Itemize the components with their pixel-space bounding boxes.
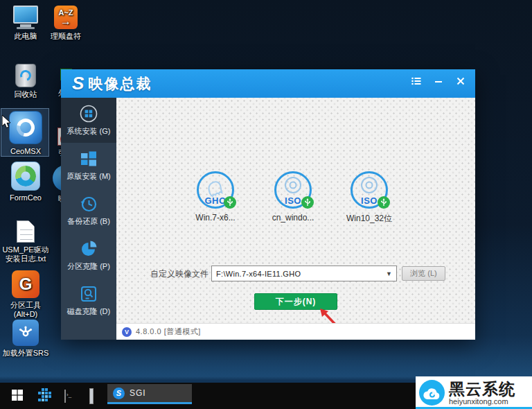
sidebar-item-original-install[interactable]: 原版安装 (M): [61, 143, 116, 188]
sgi-app-window: S 映像总裁: [61, 69, 475, 340]
version-badge-icon: V: [122, 327, 132, 337]
usb-badge-icon: [378, 196, 390, 209]
sidebar-item-disk-clone[interactable]: 磁盘克隆 (D): [61, 278, 116, 323]
sgi-logo-icon: S: [113, 388, 125, 399]
window-titlebar[interactable]: S 映像总裁: [61, 69, 475, 98]
image-item-iso-2[interactable]: ISO Win10_32位: [331, 171, 407, 225]
next-step-button[interactable]: 下一步(N): [254, 293, 337, 310]
partition-clone-icon: [79, 239, 98, 259]
image-file-select[interactable]: F:\Win.7-x64-IE11.GHO ▼: [211, 266, 397, 281]
desktop-icon-usm-pe-log[interactable]: USM_PE驱动 安装日志.txt: [1, 220, 51, 263]
mouse-cursor: [1, 114, 12, 130]
task-label: SGI: [130, 388, 146, 398]
version-text: 4.8.0.0 [普通模式]: [136, 327, 201, 337]
app-logo-icon: S: [72, 73, 84, 94]
icon-label: 回收站: [1, 90, 51, 99]
close-icon[interactable]: [454, 76, 467, 87]
sidebar: 系统安装 (G) 原版安装 (M) 备份还原 (B): [61, 98, 116, 340]
main-panel: GHO Win.7-x6...: [116, 98, 475, 340]
srs-driver-icon: [12, 320, 39, 346]
icon-label: 加载外置SRS: [1, 349, 51, 358]
desktop-icon-partition-tool[interactable]: G 分区工具 (Alt+D): [1, 270, 51, 319]
icon-label: FormCeo: [1, 193, 51, 202]
desktop-icon-formceo[interactable]: FormCeo: [1, 162, 51, 202]
computer-icon: [1, 6, 51, 29]
backup-restore-icon: [79, 194, 98, 214]
system-install-icon: [79, 104, 98, 123]
desktop: A~Z → 理顺盘符 外置 引导 (Al S 映像 (Al 此电脑 回收站 Ce…: [0, 0, 532, 409]
sidebar-item-system-install[interactable]: 系统安装 (G): [61, 98, 116, 143]
status-bar: V 4.8.0.0 [普通模式]: [116, 323, 475, 340]
az-sort-icon: A~Z →: [54, 6, 78, 29]
file-field-label: 自定义映像文件：: [144, 266, 217, 281]
image-file-value: F:\Win.7-x64-IE11.GHO: [216, 270, 386, 278]
browse-button[interactable]: 浏览 (L): [402, 266, 445, 281]
image-item-gho[interactable]: GHO Win.7-x6...: [177, 171, 254, 223]
icon-label: (Alt+D): [1, 310, 51, 319]
cloud-logo-icon: [419, 380, 445, 406]
icon-label: CeoMSX: [1, 147, 51, 156]
diskgenius-icon: G: [12, 270, 39, 298]
minimize-icon[interactable]: [432, 76, 445, 87]
icon-label: 安装日志.txt: [1, 254, 51, 263]
watermark-domain: heiyunxitong.com: [449, 397, 515, 406]
icon-label: USM_PE驱动: [1, 245, 51, 254]
usb-badge-icon: [224, 196, 236, 209]
taskbar-task-sgi[interactable]: S SGI: [107, 384, 192, 404]
formceo-icon: [11, 162, 40, 191]
original-install-icon: [79, 149, 98, 168]
blue-cube-app-icon[interactable]: [38, 388, 51, 404]
text-file-icon: [17, 220, 35, 243]
cmd-app-icon[interactable]: [64, 390, 66, 403]
desktop-icon-this-pc[interactable]: 此电脑: [1, 6, 51, 41]
desktop-icon-recycle-bin[interactable]: 回收站: [1, 64, 51, 99]
sidebar-item-backup-restore[interactable]: 备份还原 (B): [61, 188, 116, 233]
recycle-bin-icon: [15, 64, 36, 87]
icon-label: 分区工具: [1, 301, 51, 310]
desktop-icon-load-srs[interactable]: 加载外置SRS: [1, 320, 51, 358]
start-button[interactable]: [12, 390, 23, 403]
chevron-down-icon: ▼: [386, 270, 392, 277]
pc-monitor-app-icon[interactable]: [89, 390, 94, 403]
image-item-iso-1[interactable]: ISO cn_windo...: [255, 171, 331, 223]
usb-badge-icon: [301, 196, 314, 209]
heiyun-watermark: 黑云系统 heiyunxitong.com: [416, 376, 532, 409]
window-title: 映像总裁: [88, 74, 152, 94]
sidebar-item-partition-clone[interactable]: 分区克隆 (P): [61, 233, 116, 278]
disk-clone-icon: [79, 284, 98, 304]
watermark-title: 黑云系统: [449, 381, 515, 397]
menu-list-icon[interactable]: [410, 76, 423, 87]
ceomsx-icon: [9, 111, 42, 144]
icon-label: 此电脑: [1, 32, 51, 41]
